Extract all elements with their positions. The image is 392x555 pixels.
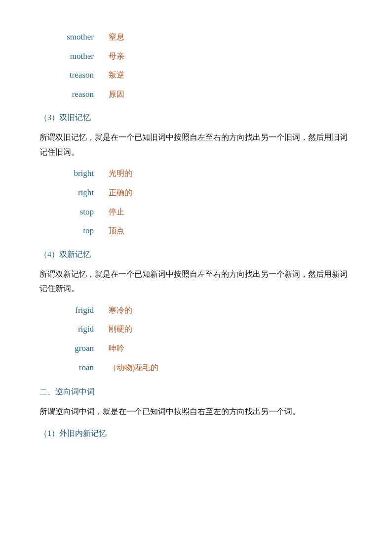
section3-header: （3）双旧记忆 — [39, 111, 353, 125]
word-zh-rigid: 刚硬的 — [109, 322, 132, 337]
word-en-treason: treason — [49, 68, 109, 83]
word-entry-rigid: rigid 刚硬的 — [39, 322, 353, 337]
word-zh-frigid: 寒冷的 — [109, 303, 132, 318]
word-en-smother: smother — [49, 30, 109, 45]
word-zh-smother: 窒息 — [109, 30, 124, 44]
word-zh-roan: （动物)花毛的 — [109, 361, 158, 375]
word-en-mother: mother — [49, 49, 109, 64]
section4-para: 所谓双新记忆，就是在一个已知新词中按照自左至右的方向找出另一个新词，然后用新词记… — [39, 267, 353, 296]
page: smother 窒息 mother 母亲 treason 叛逆 reason 原… — [0, 0, 392, 555]
word-list-section4: frigid 寒冷的 rigid 刚硬的 groan 呻吟 roan （动物)花… — [39, 303, 353, 375]
word-entry-reason: reason 原因 — [39, 87, 353, 102]
section2-title: 二、逆向词中词 — [39, 385, 353, 399]
section4-paragraph-block: 所谓双新记忆，就是在一个已知新词中按照自左至右的方向找出另一个新词，然后用新词记… — [39, 267, 353, 296]
word-zh-mother: 母亲 — [109, 49, 124, 64]
word-en-stop: stop — [49, 205, 109, 220]
word-list-top: smother 窒息 mother 母亲 treason 叛逆 reason 原… — [39, 30, 353, 102]
word-en-frigid: frigid — [49, 303, 109, 318]
word-entry-smother: smother 窒息 — [39, 30, 353, 45]
word-en-right: right — [49, 185, 109, 201]
section3-paragraph-block: 所谓双旧记忆，就是在一个已知旧词中按照自左至右的方向找出另一个旧词，然后用旧词记… — [39, 130, 353, 159]
word-entry-roan: roan （动物)花毛的 — [39, 360, 353, 376]
section4-header: （4）双新记忆 — [39, 248, 353, 262]
word-entry-top: top 顶点 — [39, 223, 353, 239]
section3-para: 所谓双旧记忆，就是在一个已知旧词中按照自左至右的方向找出另一个旧词，然后用旧词记… — [39, 130, 353, 159]
word-zh-reason: 原因 — [109, 87, 124, 102]
word-en-groan: groan — [49, 341, 109, 356]
section2-para: 所谓逆向词中词，就是在一个已知词中按照自右至左的方向找出另一个词。 — [39, 404, 353, 419]
word-en-top: top — [49, 223, 109, 239]
word-en-rigid: rigid — [49, 322, 109, 337]
word-en-reason: reason — [49, 87, 109, 102]
word-entry-frigid: frigid 寒冷的 — [39, 303, 353, 318]
word-entry-stop: stop 停止 — [39, 205, 353, 220]
subsection1-header: （1）外旧内新记忆 — [39, 427, 353, 441]
word-zh-right: 正确的 — [109, 186, 132, 200]
word-list-section3: bright 光明的 right 正确的 stop 停止 top 顶点 — [39, 166, 353, 238]
word-en-roan: roan — [49, 360, 109, 376]
word-zh-bright: 光明的 — [109, 167, 132, 181]
word-entry-treason: treason 叛逆 — [39, 68, 353, 83]
word-entry-mother: mother 母亲 — [39, 49, 353, 64]
section2-paragraph-block: 所谓逆向词中词，就是在一个已知词中按照自右至左的方向找出另一个词。 — [39, 404, 353, 419]
word-entry-right: right 正确的 — [39, 185, 353, 201]
word-zh-top: 顶点 — [109, 224, 124, 238]
word-zh-stop: 停止 — [109, 205, 124, 219]
word-en-bright: bright — [49, 166, 109, 181]
word-zh-treason: 叛逆 — [109, 68, 124, 83]
word-entry-groan: groan 呻吟 — [39, 341, 353, 356]
word-entry-bright: bright 光明的 — [39, 166, 353, 181]
word-zh-groan: 呻吟 — [109, 342, 124, 356]
